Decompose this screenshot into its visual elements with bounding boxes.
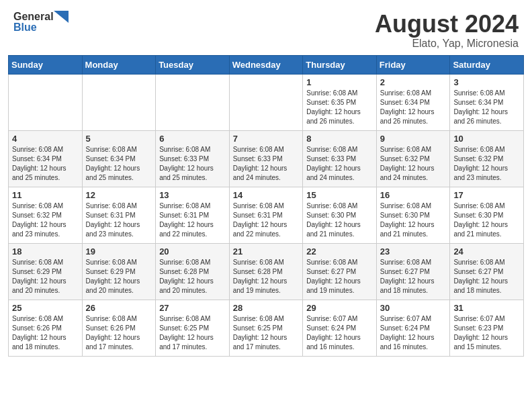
calendar-day-cell: 24Sunrise: 6:08 AMSunset: 6:27 PMDayligh… (450, 243, 524, 300)
logo: General Blue (13, 11, 69, 34)
calendar-day-cell (82, 74, 156, 130)
day-info: Sunrise: 6:08 AMSunset: 6:27 PMDaylight:… (453, 258, 520, 295)
calendar-day-cell (229, 74, 303, 130)
day-info: Sunrise: 6:08 AMSunset: 6:32 PMDaylight:… (380, 145, 447, 183)
day-info: Sunrise: 6:08 AMSunset: 6:27 PMDaylight:… (306, 258, 373, 295)
day-of-week-header: Thursday (303, 55, 377, 74)
calendar-header: SundayMondayTuesdayWednesdayThursdayFrid… (9, 55, 524, 74)
day-info: Sunrise: 6:08 AMSunset: 6:30 PMDaylight:… (453, 201, 520, 239)
calendar-day-cell: 2Sunrise: 6:08 AMSunset: 6:34 PMDaylight… (376, 74, 450, 130)
calendar-day-cell: 14Sunrise: 6:08 AMSunset: 6:31 PMDayligh… (229, 187, 303, 243)
header-row: SundayMondayTuesdayWednesdayThursdayFrid… (9, 55, 524, 74)
calendar-week-row: 4Sunrise: 6:08 AMSunset: 6:34 PMDaylight… (9, 130, 524, 187)
day-number: 1 (306, 77, 373, 87)
day-info: Sunrise: 6:08 AMSunset: 6:33 PMDaylight:… (306, 145, 373, 183)
day-info: Sunrise: 6:08 AMSunset: 6:35 PMDaylight:… (306, 89, 373, 126)
calendar-day-cell: 31Sunrise: 6:07 AMSunset: 6:23 PMDayligh… (450, 300, 524, 356)
calendar-day-cell: 8Sunrise: 6:08 AMSunset: 6:33 PMDaylight… (303, 130, 377, 187)
day-number: 30 (380, 303, 447, 313)
day-number: 6 (159, 134, 226, 144)
calendar-day-cell: 18Sunrise: 6:08 AMSunset: 6:29 PMDayligh… (9, 243, 83, 300)
day-info: Sunrise: 6:08 AMSunset: 6:31 PMDaylight:… (159, 201, 226, 239)
location-subtitle: Elato, Yap, Micronesia (375, 38, 519, 50)
calendar-day-cell: 28Sunrise: 6:08 AMSunset: 6:25 PMDayligh… (229, 300, 303, 356)
calendar-day-cell: 4Sunrise: 6:08 AMSunset: 6:34 PMDaylight… (9, 130, 83, 187)
calendar-day-cell: 12Sunrise: 6:08 AMSunset: 6:31 PMDayligh… (82, 187, 156, 243)
calendar-day-cell: 21Sunrise: 6:08 AMSunset: 6:28 PMDayligh… (229, 243, 303, 300)
header: General Blue August 2024 Elato, Yap, Mic… (0, 0, 532, 55)
day-of-week-header: Wednesday (229, 55, 303, 74)
day-info: Sunrise: 6:08 AMSunset: 6:31 PMDaylight:… (86, 201, 152, 239)
day-number: 11 (12, 190, 79, 200)
day-info: Sunrise: 6:08 AMSunset: 6:27 PMDaylight:… (380, 258, 447, 295)
day-number: 5 (86, 134, 152, 144)
calendar-wrapper: SundayMondayTuesdayWednesdayThursdayFrid… (0, 55, 532, 365)
calendar-week-row: 1Sunrise: 6:08 AMSunset: 6:35 PMDaylight… (9, 74, 524, 130)
day-info: Sunrise: 6:08 AMSunset: 6:30 PMDaylight:… (380, 201, 447, 239)
day-of-week-header: Sunday (9, 55, 83, 74)
calendar-day-cell: 11Sunrise: 6:08 AMSunset: 6:32 PMDayligh… (9, 187, 83, 243)
day-number: 2 (380, 77, 447, 87)
day-of-week-header: Monday (82, 55, 156, 74)
day-info: Sunrise: 6:08 AMSunset: 6:28 PMDaylight:… (233, 258, 300, 295)
day-number: 20 (159, 246, 226, 257)
calendar-day-cell: 13Sunrise: 6:08 AMSunset: 6:31 PMDayligh… (156, 187, 230, 243)
day-number: 8 (306, 134, 373, 144)
day-number: 10 (453, 134, 520, 144)
day-number: 3 (453, 77, 520, 87)
day-info: Sunrise: 6:08 AMSunset: 6:25 PMDaylight:… (233, 314, 300, 352)
calendar-week-row: 18Sunrise: 6:08 AMSunset: 6:29 PMDayligh… (9, 243, 524, 300)
calendar-day-cell: 9Sunrise: 6:08 AMSunset: 6:32 PMDaylight… (376, 130, 450, 187)
calendar-day-cell: 27Sunrise: 6:08 AMSunset: 6:25 PMDayligh… (156, 300, 230, 356)
calendar-day-cell: 22Sunrise: 6:08 AMSunset: 6:27 PMDayligh… (303, 243, 377, 300)
day-info: Sunrise: 6:08 AMSunset: 6:33 PMDaylight:… (233, 145, 300, 183)
day-number: 18 (12, 246, 79, 257)
calendar-day-cell: 25Sunrise: 6:08 AMSunset: 6:26 PMDayligh… (9, 300, 83, 356)
calendar-body: 1Sunrise: 6:08 AMSunset: 6:35 PMDaylight… (9, 74, 524, 356)
day-number: 22 (306, 246, 373, 257)
month-title: August 2024 (375, 11, 519, 38)
day-info: Sunrise: 6:08 AMSunset: 6:29 PMDaylight:… (86, 258, 152, 295)
day-info: Sunrise: 6:08 AMSunset: 6:29 PMDaylight:… (12, 258, 79, 295)
day-number: 7 (233, 134, 300, 144)
day-info: Sunrise: 6:08 AMSunset: 6:28 PMDaylight:… (159, 258, 226, 295)
day-info: Sunrise: 6:08 AMSunset: 6:34 PMDaylight:… (453, 89, 520, 126)
calendar-day-cell: 3Sunrise: 6:08 AMSunset: 6:34 PMDaylight… (450, 74, 524, 130)
calendar-day-cell: 30Sunrise: 6:07 AMSunset: 6:24 PMDayligh… (376, 300, 450, 356)
day-number: 15 (306, 190, 373, 200)
day-number: 27 (159, 303, 226, 313)
day-info: Sunrise: 6:07 AMSunset: 6:24 PMDaylight:… (306, 314, 373, 352)
calendar-day-cell: 15Sunrise: 6:08 AMSunset: 6:30 PMDayligh… (303, 187, 377, 243)
calendar-day-cell: 7Sunrise: 6:08 AMSunset: 6:33 PMDaylight… (229, 130, 303, 187)
calendar-day-cell: 19Sunrise: 6:08 AMSunset: 6:29 PMDayligh… (82, 243, 156, 300)
day-number: 16 (380, 190, 447, 200)
day-number: 25 (12, 303, 79, 313)
day-info: Sunrise: 6:08 AMSunset: 6:34 PMDaylight:… (12, 145, 79, 183)
calendar-day-cell: 26Sunrise: 6:08 AMSunset: 6:26 PMDayligh… (82, 300, 156, 356)
calendar-day-cell (156, 74, 230, 130)
day-number: 29 (306, 303, 373, 313)
day-number: 14 (233, 190, 300, 200)
day-info: Sunrise: 6:07 AMSunset: 6:23 PMDaylight:… (453, 314, 520, 352)
calendar-day-cell: 10Sunrise: 6:08 AMSunset: 6:32 PMDayligh… (450, 130, 524, 187)
day-number: 13 (159, 190, 226, 200)
calendar-day-cell: 29Sunrise: 6:07 AMSunset: 6:24 PMDayligh… (303, 300, 377, 356)
day-of-week-header: Saturday (450, 55, 524, 74)
day-info: Sunrise: 6:08 AMSunset: 6:26 PMDaylight:… (12, 314, 79, 352)
day-info: Sunrise: 6:07 AMSunset: 6:24 PMDaylight:… (380, 314, 447, 352)
day-number: 4 (12, 134, 79, 144)
day-number: 17 (453, 190, 520, 200)
day-of-week-header: Friday (376, 55, 450, 74)
day-info: Sunrise: 6:08 AMSunset: 6:34 PMDaylight:… (380, 89, 447, 126)
calendar-day-cell: 6Sunrise: 6:08 AMSunset: 6:33 PMDaylight… (156, 130, 230, 187)
day-of-week-header: Tuesday (156, 55, 230, 74)
day-info: Sunrise: 6:08 AMSunset: 6:30 PMDaylight:… (306, 201, 373, 239)
calendar-day-cell: 1Sunrise: 6:08 AMSunset: 6:35 PMDaylight… (303, 74, 377, 130)
logo-blue: Blue (13, 21, 69, 34)
calendar-day-cell: 5Sunrise: 6:08 AMSunset: 6:34 PMDaylight… (82, 130, 156, 187)
calendar-day-cell: 17Sunrise: 6:08 AMSunset: 6:30 PMDayligh… (450, 187, 524, 243)
day-info: Sunrise: 6:08 AMSunset: 6:25 PMDaylight:… (159, 314, 226, 352)
day-info: Sunrise: 6:08 AMSunset: 6:26 PMDaylight:… (86, 314, 152, 352)
day-number: 24 (453, 246, 520, 257)
day-number: 26 (86, 303, 152, 313)
